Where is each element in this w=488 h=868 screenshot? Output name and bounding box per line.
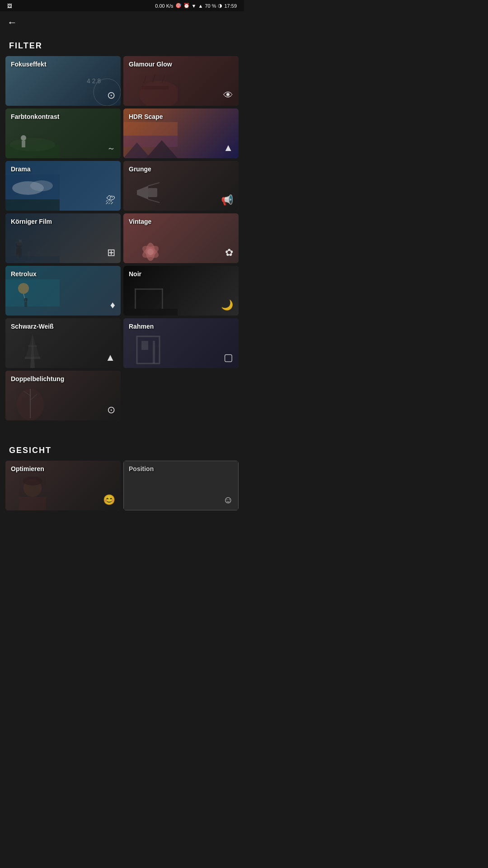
filter-card-grunge[interactable]: Grunge 📢 <box>123 161 239 211</box>
svg-rect-20 <box>148 188 157 197</box>
status-bar: 🖼 0.00 K/s 🎯 ⏰ ▼ ▲ 70 % ◑ 17:59 <box>0 0 244 11</box>
filter-card-noir[interactable]: Noir 🌙 <box>123 266 239 316</box>
svg-rect-49 <box>153 341 155 363</box>
svg-point-57 <box>23 476 42 486</box>
card-icon-hdr: ▲ <box>223 142 233 154</box>
card-icon-koerniger: ⊞ <box>107 247 115 259</box>
svg-rect-34 <box>5 279 60 307</box>
svg-marker-19 <box>137 186 148 199</box>
svg-rect-10 <box>22 141 25 147</box>
card-label-farbton: Farbtonkontrast <box>11 113 59 120</box>
card-label-retrolux: Retrolux <box>11 270 37 278</box>
svg-rect-41 <box>135 288 163 290</box>
svg-point-9 <box>21 135 26 141</box>
card-icon-retrolux: ♦ <box>110 299 115 311</box>
svg-rect-40 <box>162 288 163 309</box>
filter-card-drama[interactable]: Drama ⛈ <box>5 161 121 211</box>
card-label-schwarz: Schwarz-Weiß <box>11 323 54 330</box>
top-bar: ← <box>0 11 244 34</box>
svg-rect-27 <box>5 256 60 263</box>
filter-card-doppel[interactable]: Doppelbelichtung ⊙ <box>5 371 121 420</box>
svg-point-37 <box>24 298 28 302</box>
card-icon-drama: ⛈ <box>105 194 115 206</box>
filter-card-schwarz[interactable]: Schwarz-Weiß ▲ <box>5 318 121 368</box>
filter-card-retrolux[interactable]: Retrolux ♦ <box>5 266 121 316</box>
filter-section-title: FILTER <box>0 34 244 56</box>
card-label-doppel: Doppelbelichtung <box>11 375 64 382</box>
card-icon-schwarz: ▲ <box>105 352 115 363</box>
svg-text:4 2.8: 4 2.8 <box>87 77 101 85</box>
gesicht-grid: Optimieren 😊 Position ☺ <box>0 461 244 510</box>
card-icon-grunge: 📢 <box>221 194 233 206</box>
svg-line-22 <box>148 199 160 203</box>
svg-line-21 <box>148 183 160 186</box>
card-label-glamour: Glamour Glow <box>129 61 172 68</box>
svg-rect-26 <box>19 240 22 242</box>
signal-bars: ▲ <box>198 3 203 9</box>
alarm-icon: ⏰ <box>183 3 190 9</box>
svg-rect-48 <box>141 341 148 350</box>
back-button[interactable]: ← <box>7 17 17 28</box>
card-label-fokuseffekt: Fokuseffekt <box>11 61 47 68</box>
svg-point-33 <box>147 249 154 255</box>
filter-card-farbton[interactable]: Farbtonkontrast ～ <box>5 108 121 158</box>
filter-card-hdr[interactable]: HDR Scape ▲ <box>123 108 239 158</box>
card-label-hdr: HDR Scape <box>129 113 163 120</box>
svg-rect-42 <box>123 309 178 316</box>
battery-icon: ◑ <box>218 3 222 9</box>
signal-icon: 🎯 <box>175 3 182 9</box>
filter-grid: 4 2.8 Fokuseffekt ⊙ Glamour Glow 👁 <box>0 56 244 420</box>
card-label-optimieren: Optimieren <box>11 465 44 472</box>
card-label-noir: Noir <box>129 270 141 278</box>
svg-rect-25 <box>17 242 22 245</box>
svg-rect-38 <box>24 302 27 307</box>
filter-card-optimieren[interactable]: Optimieren 😊 <box>5 461 121 510</box>
wifi-icon: ▼ <box>192 3 197 9</box>
network-speed: 0.00 K/s <box>155 3 173 9</box>
card-label-koerniger: Körniger Film <box>11 218 52 225</box>
svg-rect-45 <box>25 357 40 359</box>
card-label-drama: Drama <box>11 165 31 173</box>
card-icon-fokuseffekt: ⊙ <box>107 90 115 101</box>
time: 17:59 <box>224 3 237 9</box>
gesicht-section: GESICHT Optimieren 😊 Position ☺ <box>0 435 244 523</box>
status-right: 0.00 K/s 🎯 ⏰ ▼ ▲ 70 % ◑ 17:59 <box>155 3 237 9</box>
svg-rect-12 <box>123 136 178 147</box>
svg-rect-39 <box>135 288 136 309</box>
svg-line-5 <box>153 74 155 82</box>
svg-rect-28 <box>17 254 19 259</box>
card-icon-noir: 🌙 <box>221 299 233 311</box>
card-label-rahmen: Rahmen <box>129 323 154 330</box>
filter-card-glamour[interactable]: Glamour Glow 👁 <box>123 56 239 106</box>
app-icon: 🖼 <box>7 3 12 9</box>
card-label-grunge: Grunge <box>129 165 151 173</box>
filter-card-rahmen[interactable]: Rahmen ▢ <box>123 318 239 368</box>
battery-pct: 70 % <box>205 3 216 9</box>
filter-card-position[interactable]: Position ☺ <box>123 461 239 510</box>
card-icon-vintage: ✿ <box>225 247 233 259</box>
filter-card-koerniger[interactable]: Körniger Film ⊞ <box>5 213 121 263</box>
svg-point-17 <box>30 180 53 191</box>
status-left: 🖼 <box>7 3 12 9</box>
card-icon-optimieren: 😊 <box>103 494 115 506</box>
svg-rect-18 <box>5 199 60 211</box>
svg-rect-46 <box>28 345 37 347</box>
svg-rect-29 <box>28 252 30 259</box>
card-icon-position: ☺ <box>223 494 233 506</box>
gesicht-section-title: GESICHT <box>0 439 244 461</box>
svg-point-35 <box>18 283 29 294</box>
card-icon-glamour: 👁 <box>223 90 233 101</box>
card-label-position: Position <box>129 465 154 472</box>
card-icon-doppel: ⊙ <box>107 404 115 416</box>
svg-point-8 <box>10 138 55 151</box>
svg-line-4 <box>144 76 146 83</box>
card-label-vintage: Vintage <box>129 218 151 225</box>
filter-card-fokuseffekt[interactable]: 4 2.8 Fokuseffekt ⊙ <box>5 56 121 106</box>
card-icon-rahmen: ▢ <box>224 352 233 363</box>
filter-card-vintage[interactable]: Vintage ✿ <box>123 213 239 263</box>
svg-point-2 <box>139 81 178 106</box>
card-icon-farbton: ～ <box>107 143 115 154</box>
svg-rect-56 <box>19 497 46 510</box>
